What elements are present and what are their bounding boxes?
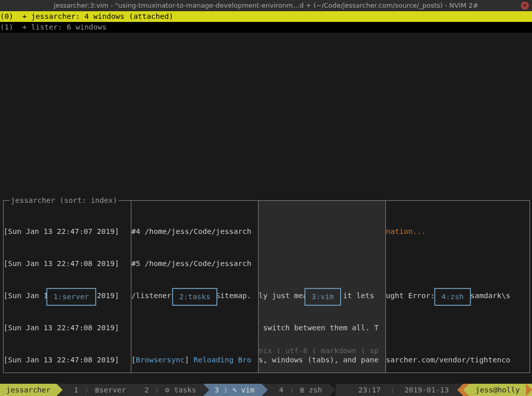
tmux-statusbar: jessarcher 1 ❭ ≣server 2 ❭ ⚙ tasks 3 ❭ ✎… [0,384,532,396]
pane-server[interactable]: [Sun Jan 13 22:47:07 2019] [Sun Jan 13 2… [4,201,131,373]
session-entry[interactable]: (1) + lister: 6 windows [0,22,532,33]
log-line: [Sun Jan 13 22:47:07 2019] [4,226,131,237]
session-entry-active[interactable]: (0) + jessarcher: 4 windows (attached) [0,11,532,22]
editor-text: switch between them all. T [259,323,385,333]
log-line: #4 /home/jess/Code/jessarch [131,226,258,237]
status-date: 2019-01-13 [396,384,457,396]
sep-icon [526,384,532,396]
log-line: [Sun Jan 13 22:47:08 2019] [4,355,131,365]
sep-icon [457,384,463,396]
editor-text: s, windows (tabs), and pane [259,355,385,365]
log-line: sarcher.com/vendor/tightenco [386,355,529,365]
status-user-host: jess@holly [469,384,526,396]
pane-vim[interactable]: ly just means that it lets switch betwee… [258,201,385,373]
tmux-window-overview: jessarcher (sort: index) [Sun Jan 13 22:… [3,200,530,373]
pane-label-tasks: 2:tasks [172,288,217,306]
status-session-name[interactable]: jessarcher [0,384,57,396]
pane-label-server: 1:server [46,288,96,306]
status-window-1[interactable]: 1 ❭ ≣server [63,384,133,396]
status-time: 23:17 [350,384,389,396]
pane-label-zsh: 4:zsh [434,288,471,306]
log-line [131,323,258,333]
pane-zsh[interactable]: nation... ught Error: Class 'samdark\s s… [385,201,529,373]
log-line: #5 /home/jess/Code/jessarch [131,258,258,269]
pane-label-vim: 3:vim [304,288,341,306]
window-titlebar: jessarcher:3:vim - "using-tmuxinator-to-… [0,0,532,11]
close-icon[interactable]: ✕ [521,2,529,10]
browsersync-line: [Browsersync] Reloading Bro [131,355,258,365]
tmux-session-list: (0) + jessarcher: 4 windows (attached) (… [0,11,532,33]
status-window-3-active[interactable]: 3 ❭ ✎ vim [209,384,262,396]
window-title: jessarcher:3:vim - "using-tmuxinator-to-… [53,2,478,9]
status-window-4[interactable]: 4 ❭ ≣ zsh [268,384,329,396]
vim-statusline: nix ❬ utf-8 ❬ markdown ❬ sp [259,346,379,356]
log-line: [Sun Jan 13 22:47:08 2019] [4,323,131,333]
status-window-2[interactable]: 2 ❭ ⚙ tasks [133,384,203,396]
pane-tasks[interactable]: #4 /home/jess/Code/jessarch #5 /home/jes… [131,201,258,373]
log-line: nation... [386,226,529,237]
log-line: [Sun Jan 13 22:47:08 2019] [4,258,131,269]
